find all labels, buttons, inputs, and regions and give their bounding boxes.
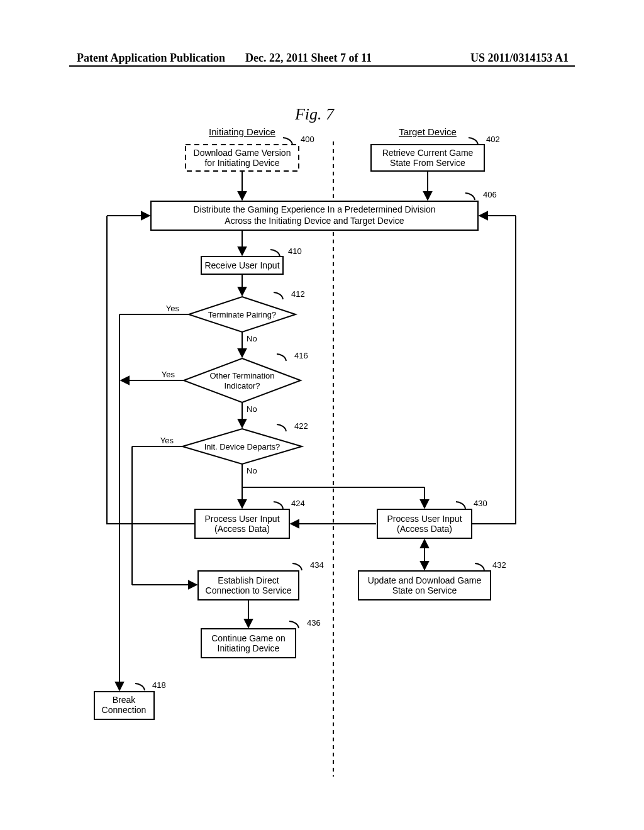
box-434-line2: Connection to Service xyxy=(206,585,292,595)
ref-422: 422 xyxy=(294,421,308,431)
box-400-line2: for Initiating Device xyxy=(204,158,279,168)
ref-402: 402 xyxy=(486,135,500,144)
svg-marker-5 xyxy=(184,358,301,402)
box-416-line1: Other Termination xyxy=(209,371,274,380)
ref-400: 400 xyxy=(301,135,314,144)
box-406-line1: Distribute the Gaming Experience In a Pr… xyxy=(193,204,435,214)
header-rule xyxy=(69,65,575,67)
col-initiating: Initiating Device xyxy=(209,126,275,137)
box-436-line1: Continue Game on xyxy=(211,633,286,643)
header-right: US 2011/0314153 A1 xyxy=(470,52,569,65)
box-402-line2: State From Service xyxy=(390,158,465,168)
ref-434: 434 xyxy=(310,560,324,570)
box-430-line2: (Access Data) xyxy=(397,524,452,534)
label-412-yes: Yes xyxy=(166,304,180,313)
ref-410: 410 xyxy=(288,246,302,256)
col-target: Target Device xyxy=(399,126,457,137)
box-424-line1: Process User Input xyxy=(204,514,279,524)
box-422-line1: Init. Device Departs? xyxy=(204,442,280,451)
label-422-no: No xyxy=(247,466,257,475)
ref-406: 406 xyxy=(483,190,497,199)
box-418-line2: Connection xyxy=(102,705,147,715)
box-410-line1: Receive User Input xyxy=(204,260,279,270)
ref-432: 432 xyxy=(492,560,506,570)
label-422-yes: Yes xyxy=(160,436,174,445)
label-412-no: No xyxy=(247,334,257,343)
box-406-line2: Across the Initiating Device and Target … xyxy=(225,216,404,226)
ref-416: 416 xyxy=(294,351,308,360)
box-432-line1: Update and Download Game xyxy=(368,575,482,585)
ref-430: 430 xyxy=(474,499,487,508)
box-436-line2: Initiating Device xyxy=(218,643,280,653)
box-432-line2: State on Service xyxy=(392,585,457,595)
figure-title: Fig. 7 xyxy=(294,105,335,123)
flowchart: Fig. 7 Initiating Device Target Device D… xyxy=(75,101,553,780)
header-center: Dec. 22, 2011 Sheet 7 of 11 xyxy=(245,52,372,65)
ref-418: 418 xyxy=(152,680,166,690)
box-400-line1: Download Game Version xyxy=(194,148,291,158)
box-424-line2: (Access Data) xyxy=(214,524,270,534)
page: Patent Application Publication Dec. 22, … xyxy=(0,0,644,830)
box-430-line1: Process User Input xyxy=(387,514,462,524)
label-416-yes: Yes xyxy=(162,370,175,379)
label-416-no: No xyxy=(247,404,257,414)
box-416-line2: Indicator? xyxy=(224,381,260,390)
ref-412: 412 xyxy=(291,289,305,299)
box-418-line1: Break xyxy=(113,695,136,705)
box-412-line1: Terminate Pairing? xyxy=(208,310,276,319)
header-left: Patent Application Publication xyxy=(77,52,225,65)
box-402-line1: Retrieve Current Game xyxy=(382,148,474,158)
ref-436: 436 xyxy=(307,618,321,628)
page-header: Patent Application Publication Dec. 22, … xyxy=(0,52,644,65)
ref-424: 424 xyxy=(291,499,305,508)
box-434-line1: Establish Direct xyxy=(218,575,279,585)
